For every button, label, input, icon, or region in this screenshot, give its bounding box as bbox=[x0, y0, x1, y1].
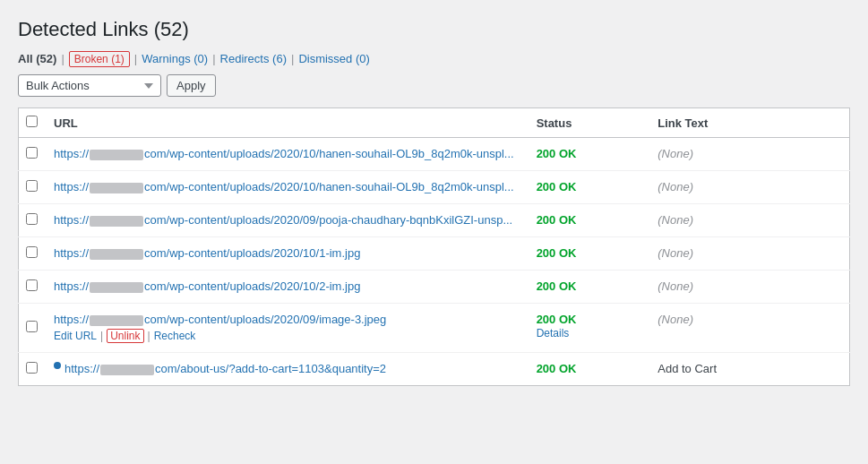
url-path: com/wp-content/uploads/2020/10/hanen-sou… bbox=[144, 180, 514, 193]
url-domain-blurred bbox=[90, 183, 143, 193]
row-checkbox-cell bbox=[19, 353, 46, 386]
url-text[interactable]: https://com/wp-content/uploads/2020/09/i… bbox=[54, 313, 386, 326]
col-header-status: Status bbox=[528, 108, 649, 138]
row-checkbox-cell bbox=[19, 138, 46, 171]
url-text[interactable]: https://com/wp-content/uploads/2020/10/2… bbox=[54, 279, 360, 293]
recheck-link[interactable]: Recheck bbox=[154, 330, 196, 342]
links-table: URL Status Link Text https://com/wp-cont… bbox=[18, 107, 850, 386]
row-checkbox[interactable] bbox=[26, 213, 38, 225]
url-path: com/wp-content/uploads/2020/09/pooja-cha… bbox=[144, 213, 512, 227]
table-row: https://com/wp-content/uploads/2020/09/i… bbox=[19, 304, 850, 353]
unlink-button[interactable]: Unlink bbox=[107, 329, 143, 343]
row-url-cell: https://com/about-us/?add-to-cart=1103&q… bbox=[45, 353, 528, 386]
link-text-value: (None) bbox=[657, 147, 693, 160]
row-checkbox[interactable] bbox=[26, 147, 38, 159]
link-text-value: (None) bbox=[657, 279, 693, 293]
row-checkbox[interactable] bbox=[26, 279, 38, 291]
filter-sep-4: | bbox=[291, 52, 294, 65]
url-text[interactable]: https://com/wp-content/uploads/2020/10/1… bbox=[54, 246, 360, 260]
url-text[interactable]: https://com/wp-content/uploads/2020/10/h… bbox=[54, 147, 514, 160]
status-badge: 200 OK bbox=[537, 147, 577, 160]
status-badge: 200 OK bbox=[537, 362, 577, 375]
row-linktext-cell: (None) bbox=[649, 304, 849, 353]
url-path: com/wp-content/uploads/2020/10/2-im.jpg bbox=[144, 279, 360, 293]
row-checkbox[interactable] bbox=[26, 362, 38, 374]
status-badge: 200 OK bbox=[537, 180, 577, 193]
url-prefix: https:// bbox=[54, 246, 89, 260]
edit-url-link[interactable]: Edit URL bbox=[54, 330, 97, 342]
url-domain-blurred bbox=[90, 150, 143, 160]
row-linktext-cell: (None) bbox=[649, 271, 849, 304]
apply-button[interactable]: Apply bbox=[167, 74, 216, 97]
table-row: https://com/wp-content/uploads/2020/10/1… bbox=[19, 237, 850, 271]
filter-sep-1: | bbox=[61, 52, 64, 65]
url-prefix: https:// bbox=[54, 180, 89, 193]
link-text-value: (None) bbox=[657, 213, 693, 227]
url-prefix: https:// bbox=[54, 147, 89, 160]
row-status-cell: 200 OK bbox=[528, 271, 649, 304]
link-text-value: (None) bbox=[657, 180, 693, 193]
row-status-cell: 200 OKDetails bbox=[528, 304, 649, 353]
url-prefix: https:// bbox=[64, 362, 99, 375]
url-text[interactable]: https://com/wp-content/uploads/2020/10/h… bbox=[54, 180, 514, 193]
row-status-cell: 200 OK bbox=[528, 171, 649, 204]
row-linktext-cell: (None) bbox=[649, 138, 849, 171]
link-text-value: (None) bbox=[657, 246, 693, 260]
row-linktext-cell: (None) bbox=[649, 171, 849, 204]
url-domain-blurred bbox=[90, 315, 143, 326]
select-all-checkbox[interactable] bbox=[26, 116, 38, 127]
url-path: com/about-us/?add-to-cart=1103&quantity=… bbox=[155, 362, 386, 375]
url-text[interactable]: https://com/about-us/?add-to-cart=1103&q… bbox=[64, 362, 386, 375]
url-prefix: https:// bbox=[54, 213, 89, 227]
url-path: com/wp-content/uploads/2020/10/1-im.jpg bbox=[144, 246, 360, 260]
filter-bar: All (52) | Broken (1) | Warnings (0) | R… bbox=[18, 52, 850, 65]
status-badge: 200 OK bbox=[537, 313, 577, 326]
row-url-cell: https://com/wp-content/uploads/2020/09/p… bbox=[45, 204, 528, 237]
url-domain-blurred bbox=[100, 365, 154, 375]
col-header-linktext: Link Text bbox=[649, 108, 849, 138]
url-path: com/wp-content/uploads/2020/10/hanen-sou… bbox=[144, 147, 514, 160]
url-text[interactable]: https://com/wp-content/uploads/2020/09/p… bbox=[54, 213, 512, 227]
row-url-cell: https://com/wp-content/uploads/2020/10/h… bbox=[45, 138, 528, 171]
row-checkbox-cell bbox=[19, 237, 46, 271]
table-row: https://com/wp-content/uploads/2020/10/h… bbox=[19, 171, 850, 204]
details-link[interactable]: Details bbox=[537, 327, 570, 339]
row-status-cell: 200 OK bbox=[528, 353, 649, 386]
row-status-cell: 200 OK bbox=[528, 138, 649, 171]
table-row: https://com/about-us/?add-to-cart=1103&q… bbox=[19, 353, 850, 386]
filter-dismissed[interactable]: Dismissed (0) bbox=[298, 52, 369, 65]
action-sep-2: | bbox=[148, 330, 150, 342]
col-header-checkbox bbox=[19, 108, 46, 138]
table-row: https://com/wp-content/uploads/2020/10/h… bbox=[19, 138, 850, 171]
row-status-cell: 200 OK bbox=[528, 204, 649, 237]
row-checkbox[interactable] bbox=[26, 246, 38, 258]
filter-sep-2: | bbox=[134, 52, 137, 65]
url-prefix: https:// bbox=[54, 279, 89, 293]
table-row: https://com/wp-content/uploads/2020/09/p… bbox=[19, 204, 850, 237]
filter-redirects[interactable]: Redirects (6) bbox=[220, 52, 287, 65]
details-link-container: Details bbox=[537, 326, 640, 339]
col-header-url: URL bbox=[45, 108, 528, 138]
url-path: com/wp-content/uploads/2020/09/image-3.j… bbox=[144, 313, 386, 326]
filter-broken[interactable]: Broken (1) bbox=[69, 52, 130, 65]
row-url-cell: https://com/wp-content/uploads/2020/10/h… bbox=[45, 171, 528, 204]
link-text-value: Add to Cart bbox=[657, 362, 717, 375]
filter-warnings[interactable]: Warnings (0) bbox=[142, 52, 208, 65]
filter-all[interactable]: All (52) bbox=[18, 52, 56, 65]
row-status-cell: 200 OK bbox=[528, 237, 649, 271]
action-sep-1: | bbox=[100, 330, 103, 342]
table-row: https://com/wp-content/uploads/2020/10/2… bbox=[19, 271, 850, 304]
url-domain-blurred bbox=[90, 249, 143, 260]
row-actions: Edit URL|Unlink|Recheck bbox=[54, 329, 519, 343]
row-checkbox-cell bbox=[19, 204, 46, 237]
row-checkbox[interactable] bbox=[26, 321, 38, 332]
row-url-cell: https://com/wp-content/uploads/2020/10/1… bbox=[45, 237, 528, 271]
row-checkbox[interactable] bbox=[26, 180, 38, 192]
bulk-actions-select[interactable]: Bulk Actions bbox=[18, 74, 161, 97]
status-badge: 200 OK bbox=[537, 279, 577, 293]
url-domain-blurred bbox=[90, 216, 143, 227]
url-domain-blurred bbox=[90, 282, 143, 293]
row-linktext-cell: (None) bbox=[649, 237, 849, 271]
row-url-cell: https://com/wp-content/uploads/2020/10/2… bbox=[45, 271, 528, 304]
url-dot-icon bbox=[54, 362, 61, 369]
